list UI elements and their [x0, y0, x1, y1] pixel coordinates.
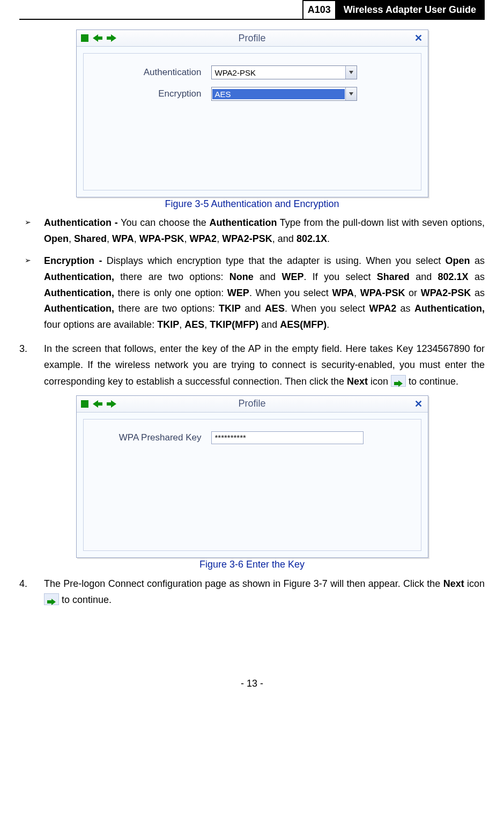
svg-marker-0	[93, 34, 102, 42]
svg-marker-2	[349, 71, 353, 74]
close-icon[interactable]: ✕	[414, 32, 423, 44]
svg-marker-3	[349, 92, 353, 95]
next-arrow-icon[interactable]	[107, 400, 116, 408]
bullet-authentication: Authentication - You can choose the Auth…	[19, 215, 485, 247]
dialog-title: Profile	[77, 398, 428, 409]
figure-caption-3-6: Figure 3-6 Enter the Key	[19, 559, 485, 570]
step-4: 4. The Pre-logon Connect configuration p…	[19, 576, 485, 608]
model-number: A103	[302, 0, 335, 19]
next-arrow-icon[interactable]	[107, 34, 116, 42]
page-header: A103 Wireless Adapter User Guide	[19, 0, 485, 20]
authentication-label: Authentication	[100, 67, 211, 78]
back-arrow-icon[interactable]	[93, 400, 102, 408]
chevron-down-icon[interactable]	[345, 87, 357, 100]
svg-marker-5	[93, 400, 102, 408]
authentication-value: WPA2-PSK	[212, 68, 345, 77]
chevron-down-icon[interactable]	[345, 66, 357, 79]
next-arrow-icon	[44, 593, 59, 605]
back-arrow-icon[interactable]	[93, 34, 102, 42]
step-3: 3. In the screen that follows, enter the…	[19, 341, 485, 390]
encryption-value: AES	[212, 89, 345, 99]
encryption-dropdown[interactable]: AES	[211, 87, 357, 101]
next-arrow-icon	[391, 375, 406, 387]
authentication-dropdown[interactable]: WPA2-PSK	[211, 65, 357, 79]
bullet-encryption: Encryption - Displays which encryption t…	[19, 253, 485, 333]
profile-dialog-key: Profile ✕ WPA Preshared Key	[76, 395, 428, 558]
svg-marker-7	[47, 599, 56, 605]
svg-marker-4	[394, 380, 403, 387]
stop-icon[interactable]	[81, 34, 88, 42]
close-icon[interactable]: ✕	[414, 398, 423, 410]
dialog-title: Profile	[77, 33, 428, 44]
dialog-titlebar: Profile ✕	[77, 30, 428, 47]
svg-marker-1	[107, 34, 116, 42]
doc-title: Wireless Adapter User Guide	[335, 0, 485, 19]
dialog-titlebar: Profile ✕	[77, 396, 428, 413]
page-number: - 13 -	[19, 678, 485, 700]
svg-marker-6	[107, 400, 116, 408]
profile-dialog-auth: Profile ✕ Authentication WPA2-PSK Encryp…	[76, 30, 428, 197]
stop-icon[interactable]	[81, 400, 88, 408]
figure-caption-3-5: Figure 3-5 Authentication and Encryption	[19, 198, 485, 210]
preshared-key-label: WPA Preshared Key	[100, 432, 211, 443]
encryption-label: Encryption	[100, 89, 211, 99]
preshared-key-input[interactable]	[211, 431, 364, 444]
